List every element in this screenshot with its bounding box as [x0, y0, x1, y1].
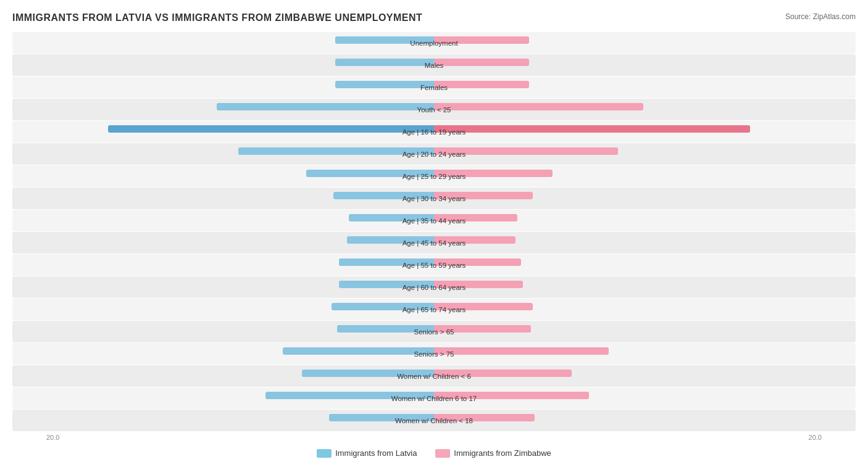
blue-bar [335, 59, 434, 66]
pink-bar [434, 325, 531, 333]
pink-bar [434, 36, 529, 44]
blue-bar [108, 125, 434, 133]
chart-body: 5.1%Unemployment4.9%5.1%Males4.9%5.1%Fem… [12, 32, 856, 431]
pink-bar [434, 303, 533, 310]
table-row: 6.6%Age | 25 to 29 years6.1% [12, 165, 856, 187]
table-row: 5.1%Females4.9% [12, 76, 856, 98]
table-row: 5.0%Seniors > 655.0% [12, 321, 856, 342]
axis-bottom: 20.0 20.0 [12, 434, 856, 441]
table-row: 4.4%Age | 35 to 44 years4.3% [12, 210, 856, 231]
pink-bar [434, 281, 523, 288]
table-row: 6.8%Women w/ Children < 67.1% [12, 365, 856, 387]
pink-bar [434, 147, 618, 155]
table-row: 5.4%Women w/ Children < 185.2% [12, 410, 856, 431]
pink-bar [434, 236, 515, 244]
chart-title: IMMIGRANTS FROM LATVIA VS IMMIGRANTS FRO… [12, 12, 422, 23]
blue-bar [306, 170, 434, 177]
legend-blue-swatch [317, 449, 332, 458]
legend-zimbabwe-label: Immigrants from Zimbabwe [454, 448, 551, 458]
blue-bar [329, 414, 434, 421]
blue-bar [217, 103, 434, 110]
axis-label-left: 20.0 [46, 434, 59, 441]
pink-bar [434, 192, 533, 199]
table-row: 5.3%Age | 65 to 74 years5.1% [12, 299, 856, 320]
table-row: 16.8%Age | 16 to 19 years16.3% [12, 121, 856, 143]
pink-bar [434, 81, 529, 88]
blue-bar [283, 347, 434, 355]
blue-bar [332, 303, 434, 310]
blue-bar [238, 147, 434, 155]
table-row: 11.2%Youth < 2510.8% [12, 99, 856, 120]
table-row: 5.1%Males4.9% [12, 54, 856, 76]
pink-bar [434, 370, 572, 377]
blue-bar [335, 81, 434, 88]
table-row: 4.5%Age | 45 to 54 years4.2% [12, 232, 856, 254]
table-row: 5.2%Age | 30 to 34 years5.1% [12, 188, 856, 209]
blue-bar [302, 370, 434, 377]
legend-latvia-label: Immigrants from Latvia [335, 448, 417, 458]
table-row: 4.9%Age | 55 to 59 years4.5% [12, 254, 856, 276]
blue-bar [349, 214, 434, 221]
pink-bar [434, 258, 521, 266]
pink-bar [434, 347, 609, 355]
legend-latvia: Immigrants from Latvia [317, 448, 417, 458]
legend-zimbabwe: Immigrants from Zimbabwe [435, 448, 551, 458]
axis-label-right: 20.0 [809, 434, 822, 441]
table-row: 7.8%Seniors > 759.0% [12, 343, 856, 365]
legend-pink-swatch [435, 449, 450, 458]
blue-bar [339, 281, 434, 288]
table-row: 8.7%Women w/ Children 6 to 178.0% [12, 387, 856, 409]
blue-bar [347, 236, 434, 244]
pink-bar [434, 170, 553, 177]
pink-bar [434, 103, 643, 110]
table-row: 10.1%Age | 20 to 24 years9.5% [12, 143, 856, 165]
pink-bar [434, 125, 750, 133]
blue-bar [337, 325, 434, 333]
pink-bar [434, 414, 535, 421]
pink-bar [434, 59, 529, 66]
pink-bar [434, 214, 517, 221]
legend: Immigrants from Latvia Immigrants from Z… [12, 448, 856, 458]
blue-bar [265, 392, 434, 399]
blue-bar [333, 192, 434, 199]
table-row: 4.9%Age | 60 to 64 years4.6% [12, 276, 856, 298]
table-row: 5.1%Unemployment4.9% [12, 32, 856, 54]
blue-bar [339, 258, 434, 266]
chart-source: Source: ZipAtlas.com [785, 12, 856, 21]
blue-bar [335, 36, 434, 44]
chart-container: IMMIGRANTS FROM LATVIA VS IMMIGRANTS FRO… [12, 12, 856, 458]
pink-bar [434, 392, 589, 399]
